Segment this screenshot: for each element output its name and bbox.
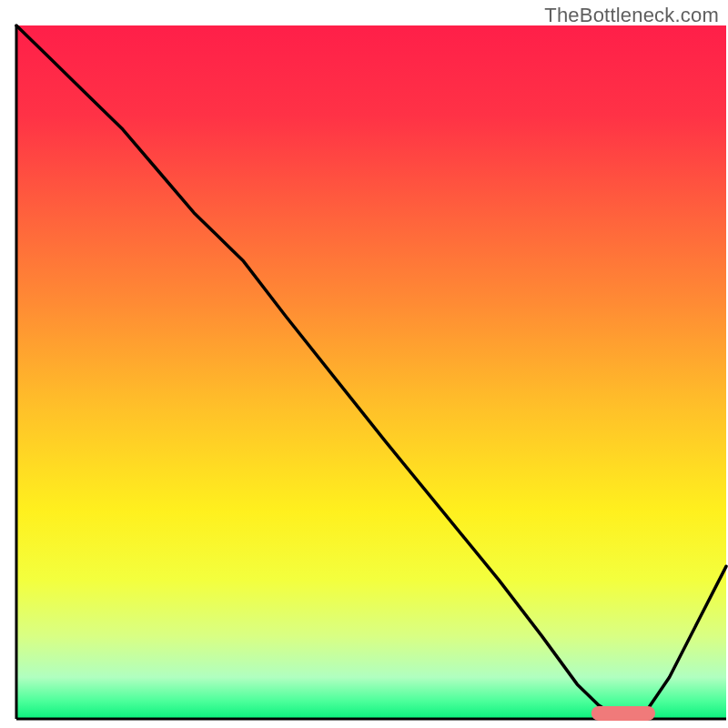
bottleneck-chart [0,0,728,728]
chart-container: { "watermark": "TheBottleneck.com", "col… [0,0,728,728]
watermark-text: TheBottleneck.com [544,4,719,27]
optimal-marker [592,706,655,721]
